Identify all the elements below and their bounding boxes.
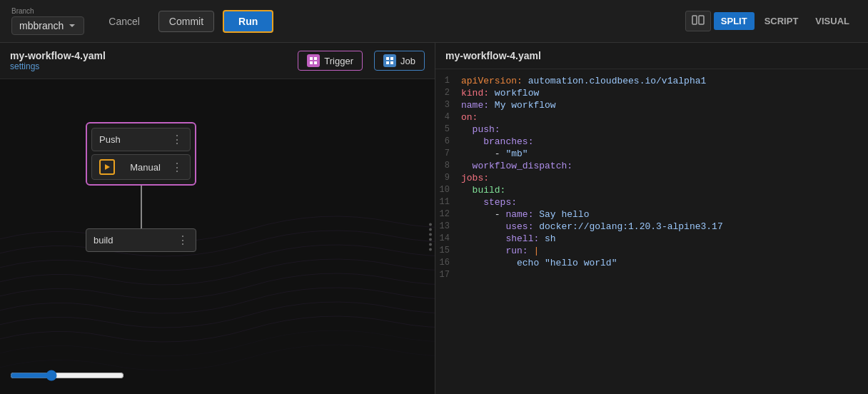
code-line: 7 - "mb" [435, 148, 868, 160]
code-line: 5 push: [435, 123, 868, 136]
line-number: 5 [435, 124, 461, 134]
push-node[interactable]: Push ⋮ [91, 128, 191, 151]
line-text: workflow_dispatch: [461, 161, 868, 171]
play-icon[interactable] [99, 159, 115, 175]
run-button[interactable]: Run [223, 10, 273, 33]
svg-rect-5 [314, 61, 317, 64]
branch-selector[interactable]: mbbranch [11, 16, 84, 35]
manual-node[interactable]: Manual ⋮ [91, 154, 191, 180]
line-text: - "mb" [461, 148, 868, 159]
cancel-button[interactable]: Cancel [99, 11, 150, 31]
line-text: kind: workflow [461, 88, 868, 98]
line-text: name: My workflow [461, 100, 868, 111]
line-number: 4 [435, 112, 461, 122]
svg-rect-8 [386, 61, 389, 64]
line-number: 17 [435, 270, 461, 280]
code-line: 4on: [435, 111, 868, 123]
svg-rect-2 [310, 57, 313, 60]
view-toggle: SPLIT SCRIPT VISUAL [685, 11, 857, 31]
line-text: build: [461, 185, 868, 196]
code-line: 15 run: | [435, 245, 868, 257]
svg-rect-7 [390, 57, 393, 60]
split-view-button[interactable]: SPLIT [714, 12, 755, 30]
layout-icon-button[interactable] [685, 11, 711, 31]
svg-rect-0 [692, 16, 697, 24]
line-text: steps: [461, 197, 868, 208]
code-editor-title: my-workflow-4.yaml [435, 43, 868, 69]
push-label: Push [99, 134, 121, 145]
line-number: 8 [435, 161, 461, 171]
trigger-label: Trigger [324, 56, 353, 66]
workflow-title: my-workflow-4.yaml [10, 50, 291, 61]
commit-button[interactable]: Commit [158, 11, 214, 32]
job-icon [383, 54, 396, 67]
zoom-slider-container [10, 370, 124, 384]
line-text: run: | [461, 246, 868, 256]
drag-dot-3 [429, 233, 432, 236]
connector-line [141, 186, 142, 228]
branch-container: Branch mbbranch [11, 7, 84, 35]
line-number: 12 [435, 209, 461, 219]
push-menu-dots[interactable]: ⋮ [171, 133, 183, 146]
settings-link[interactable]: settings [10, 61, 291, 71]
drag-dot-2 [429, 228, 432, 231]
drag-dot-1 [429, 223, 432, 226]
line-number: 11 [435, 197, 461, 207]
left-panel: my-workflow-4.yaml settings Trigger Job [0, 43, 435, 394]
code-line: 6 branches: [435, 136, 868, 148]
panel-resize-handle[interactable] [426, 217, 435, 256]
svg-rect-9 [390, 61, 393, 64]
trigger-icon [307, 54, 320, 67]
manual-menu-dots[interactable]: ⋮ [171, 161, 183, 174]
wave-background [0, 79, 435, 394]
svg-rect-6 [386, 57, 389, 60]
code-line: 1apiVersion: automation.cloudbees.io/v1a… [435, 75, 868, 87]
line-number: 6 [435, 136, 461, 146]
code-line: 8 workflow_dispatch: [435, 160, 868, 172]
line-text: uses: docker://golang:1.20.3-alpine3.17 [461, 221, 868, 232]
svg-rect-4 [310, 61, 313, 64]
drag-dot-5 [429, 243, 432, 246]
trigger-group: Push ⋮ Manual ⋮ [86, 122, 196, 186]
svg-marker-10 [105, 164, 110, 170]
line-number: 7 [435, 148, 461, 158]
code-line: 9jobs: [435, 172, 868, 184]
build-menu-dots[interactable]: ⋮ [177, 233, 188, 247]
panel-header: my-workflow-4.yaml settings Trigger Job [0, 43, 435, 79]
code-line: 12 - name: Say hello [435, 208, 868, 221]
branch-name: mbbranch [19, 20, 64, 31]
zoom-slider[interactable] [10, 370, 124, 381]
line-number: 1 [435, 76, 461, 86]
line-number: 16 [435, 258, 461, 268]
visual-view-button[interactable]: VISUAL [808, 12, 857, 30]
build-label: build [94, 235, 113, 246]
manual-label: Manual [130, 162, 161, 173]
code-line: 3name: My workflow [435, 99, 868, 111]
line-text: branches: [461, 136, 868, 147]
code-line: 14 shell: sh [435, 233, 868, 245]
topbar: Branch mbbranch Cancel Commit Run SPLIT … [0, 0, 868, 43]
code-line: 13 uses: docker://golang:1.20.3-alpine3.… [435, 221, 868, 233]
svg-rect-3 [314, 57, 317, 60]
branch-label: Branch [11, 7, 84, 15]
job-button[interactable]: Job [374, 51, 425, 71]
code-line: 16 echo "hello world" [435, 257, 868, 269]
build-node[interactable]: build ⋮ [86, 228, 196, 252]
drag-dot-6 [429, 248, 432, 251]
canvas-area[interactable]: Push ⋮ Manual ⋮ build [0, 79, 435, 394]
code-line: 17 [435, 269, 868, 281]
workflow-nodes: Push ⋮ Manual ⋮ build [86, 122, 196, 252]
code-line: 2kind: workflow [435, 87, 868, 99]
chevron-down-icon [68, 21, 76, 30]
script-view-button[interactable]: SCRIPT [757, 12, 806, 30]
trigger-button[interactable]: Trigger [298, 51, 363, 71]
line-number: 9 [435, 173, 461, 183]
code-line: 11 steps: [435, 196, 868, 208]
line-number: 15 [435, 246, 461, 256]
line-number: 14 [435, 233, 461, 243]
drag-dot-4 [429, 238, 432, 241]
line-number: 2 [435, 88, 461, 98]
code-line: 10 build: [435, 184, 868, 196]
line-text: - name: Say hello [461, 209, 868, 220]
code-editor-content[interactable]: 1apiVersion: automation.cloudbees.io/v1a… [435, 69, 868, 394]
